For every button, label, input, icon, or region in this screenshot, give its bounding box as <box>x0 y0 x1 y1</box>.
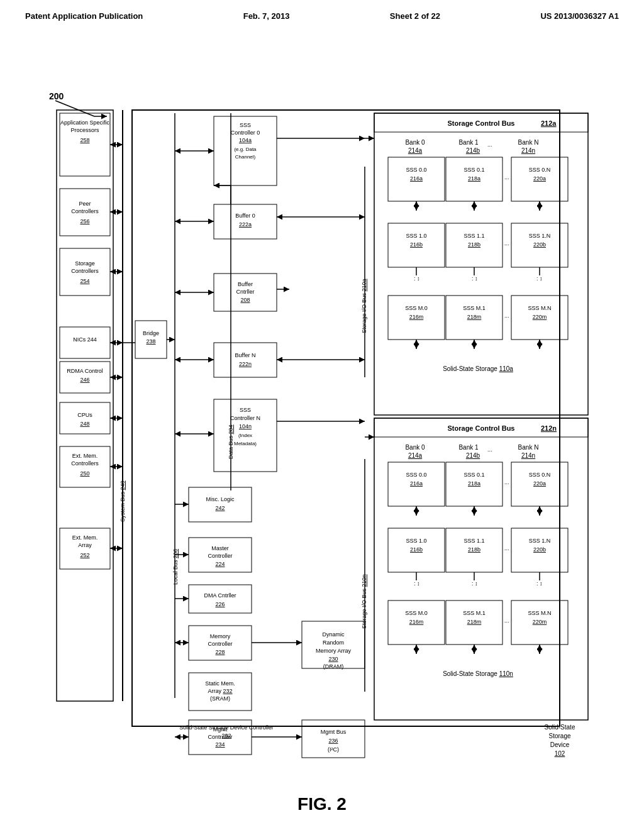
pub-label: Patent Application Publication <box>25 11 143 21</box>
svg-text:236: 236 <box>328 738 338 744</box>
svg-text:SSS 1.0: SSS 1.0 <box>406 233 426 239</box>
diagram-area: 200 Application Specific Processors 258 … <box>38 82 604 773</box>
svg-text:SSS: SSS <box>240 407 251 413</box>
svg-text:SSS 0.1: SSS 0.1 <box>464 472 484 478</box>
svg-text:104a: 104a <box>239 137 252 143</box>
svg-text:···: ··· <box>487 448 492 454</box>
svg-text:Controller: Controller <box>208 553 232 559</box>
figure-label: FIG. 2 <box>0 794 644 814</box>
svg-text:···: ··· <box>504 546 509 553</box>
svg-text:Solid-State: Solid-State <box>545 724 575 731</box>
svg-text:SSS M.0: SSS M.0 <box>405 305 428 311</box>
svg-text:Processors: Processors <box>70 127 99 133</box>
svg-text:246: 246 <box>80 377 89 383</box>
svg-text:Array 232: Array 232 <box>208 688 232 694</box>
svg-text:224: 224 <box>215 561 225 567</box>
svg-text:242: 242 <box>215 505 225 511</box>
svg-text:Misc. Logic: Misc. Logic <box>206 496 235 502</box>
svg-text:216b: 216b <box>410 546 423 553</box>
svg-text:Mgmt Bus: Mgmt Bus <box>321 729 347 735</box>
svg-text:Bank 0: Bank 0 <box>405 444 425 451</box>
svg-text:SSS 0.N: SSS 0.N <box>529 167 551 173</box>
svg-text:252: 252 <box>80 552 89 558</box>
svg-text:Metadata): Metadata) <box>234 441 257 446</box>
svg-text:238: 238 <box>146 338 155 345</box>
svg-text:Ext. Mem.: Ext. Mem. <box>72 534 98 541</box>
svg-text:Mgmt: Mgmt <box>213 726 228 733</box>
svg-text:216b: 216b <box>410 241 423 248</box>
svg-text:CPUs: CPUs <box>77 412 92 418</box>
svg-text:228: 228 <box>215 649 225 655</box>
svg-text:220m: 220m <box>533 619 547 625</box>
svg-text:218a: 218a <box>468 175 480 182</box>
svg-text:250: 250 <box>80 470 89 477</box>
svg-text:SSS 1.1: SSS 1.1 <box>464 233 484 239</box>
svg-text:Buffer 0: Buffer 0 <box>235 213 255 219</box>
svg-text:234: 234 <box>215 741 225 748</box>
svg-text:212n: 212n <box>541 424 557 432</box>
svg-text:212a: 212a <box>541 119 557 127</box>
svg-text:: ↕: : ↕ <box>414 275 420 282</box>
svg-line-1 <box>55 101 94 116</box>
svg-text:Bank N: Bank N <box>518 139 539 146</box>
svg-text:218b: 218b <box>468 546 480 553</box>
svg-text:Buffer: Buffer <box>238 281 253 287</box>
svg-text:248: 248 <box>80 421 89 427</box>
svg-text:Peer: Peer <box>79 201 91 207</box>
svg-text:SSS 1.N: SSS 1.N <box>529 538 551 544</box>
svg-text:214b: 214b <box>466 452 480 459</box>
svg-text:: ↕: : ↕ <box>536 580 543 587</box>
svg-text:Controller: Controller <box>208 734 232 740</box>
svg-text:Bridge: Bridge <box>143 330 159 336</box>
svg-text:SSS 0.N: SSS 0.N <box>529 472 551 478</box>
svg-rect-3 <box>57 110 113 701</box>
svg-text:256: 256 <box>80 218 89 224</box>
svg-text:SSS: SSS <box>240 122 251 128</box>
svg-text:216a: 216a <box>410 480 423 487</box>
svg-text:216m: 216m <box>409 619 424 625</box>
svg-text:Storage: Storage <box>548 733 570 739</box>
svg-text:Solid-State Storage 110a: Solid-State Storage 110a <box>443 365 513 372</box>
svg-text:218m: 218m <box>467 314 482 320</box>
svg-text:Channel): Channel) <box>235 154 256 160</box>
svg-text:···: ··· <box>504 241 509 248</box>
svg-text:214n: 214n <box>521 147 535 154</box>
svg-text:···: ··· <box>504 480 509 487</box>
svg-text:Storage I/O Bus 210n: Storage I/O Bus 210n <box>361 574 367 629</box>
svg-text:Controllers: Controllers <box>71 460 99 467</box>
svg-text:: ↕: : ↕ <box>472 580 478 587</box>
svg-text:SSS 1.1: SSS 1.1 <box>464 538 484 544</box>
svg-text:Controller N: Controller N <box>230 415 260 421</box>
svg-text:SSS 0.1: SSS 0.1 <box>464 167 484 173</box>
svg-text:(SRAM): (SRAM) <box>210 695 230 702</box>
svg-text:102: 102 <box>555 750 565 757</box>
svg-text:218b: 218b <box>468 241 480 248</box>
svg-text:Memory: Memory <box>210 633 231 639</box>
svg-text:200: 200 <box>49 91 64 101</box>
svg-text:SSS 1.N: SSS 1.N <box>529 233 551 239</box>
svg-text:Static Mem.: Static Mem. <box>205 680 235 687</box>
svg-text:Solid-State Storage 110n: Solid-State Storage 110n <box>443 670 513 677</box>
svg-text:Bank 1: Bank 1 <box>458 139 479 146</box>
svg-text:Device: Device <box>550 741 570 748</box>
svg-text:214n: 214n <box>521 452 535 459</box>
date-label: Feb. 7, 2013 <box>243 11 290 21</box>
svg-text:214a: 214a <box>408 147 423 154</box>
svg-text:SSS 0.0: SSS 0.0 <box>406 472 426 478</box>
svg-text:254: 254 <box>80 278 89 284</box>
svg-text:Random: Random <box>323 639 344 646</box>
svg-text:···: ··· <box>504 619 509 625</box>
svg-text:SSS 0.0: SSS 0.0 <box>406 167 426 173</box>
svg-text:Buffer N: Buffer N <box>235 352 256 358</box>
svg-text:222a: 222a <box>239 221 252 228</box>
svg-text:104n: 104n <box>239 423 252 429</box>
svg-text:SSS M.N: SSS M.N <box>528 305 551 311</box>
svg-text:Storage: Storage <box>75 260 95 267</box>
svg-text:···: ··· <box>504 175 509 182</box>
svg-text:220b: 220b <box>533 546 546 553</box>
svg-text:: ↕: : ↕ <box>536 275 543 282</box>
svg-rect-26 <box>60 402 110 434</box>
svg-text:214a: 214a <box>408 452 423 459</box>
svg-text:(I²C): (I²C) <box>328 746 339 753</box>
svg-text:Bank 1: Bank 1 <box>458 444 479 451</box>
